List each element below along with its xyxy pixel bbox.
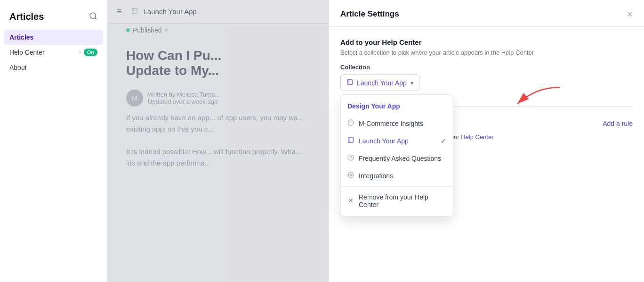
sidebar-item-articles-label: Articles <box>9 33 33 41</box>
close-button[interactable]: × <box>627 9 633 19</box>
check-icon: ✓ <box>441 137 446 145</box>
svg-line-1 <box>95 17 96 19</box>
dropdown-item-design-label: Design Your App <box>347 102 400 110</box>
x-icon <box>347 197 354 205</box>
dropdown-item-m-commerce[interactable]: M-Commerce Insights <box>341 115 453 132</box>
gear-icon <box>347 172 354 180</box>
dropdown-item-remove-label: Remove from your Help Center <box>359 193 446 208</box>
sidebar-nav: Articles Help Center › On About <box>0 30 107 75</box>
main-content: ≡ Launch Your App Published ▾ How Can I … <box>107 0 329 282</box>
dropdown-divider <box>341 186 453 187</box>
sidebar-item-help-center-label: Help Center <box>9 49 45 56</box>
dropdown-item-launch-label: Launch Your App <box>359 137 409 145</box>
dropdown-item-remove[interactable]: Remove from your Help Center <box>341 189 453 213</box>
dropdown-item-faq[interactable]: Frequently Asked Questions <box>341 149 453 167</box>
overlay <box>107 0 329 282</box>
dropdown-item-faq-label: Frequently Asked Questions <box>359 155 441 162</box>
dropdown-item-integrations-label: Integrations <box>359 172 393 180</box>
panel-title: Article Settings <box>340 9 399 19</box>
collection-doc-icon <box>346 79 353 87</box>
collection-dropdown-menu: Design Your App M-Commerce Insights <box>340 94 453 216</box>
question-circle-icon <box>347 154 354 162</box>
panel-body: Add to your Help Center Select a collect… <box>329 27 644 282</box>
chevron-down-icon: ▾ <box>411 80 413 86</box>
help-center-section-desc: Select a collection to pick where your a… <box>340 49 633 56</box>
sidebar-item-about-label: About <box>9 64 27 71</box>
sidebar-header: Articles <box>0 8 107 30</box>
panel-header: Article Settings × <box>329 0 644 27</box>
sidebar: Articles Articles Help Center › On About <box>0 0 107 282</box>
search-icon[interactable] <box>89 12 97 22</box>
sidebar-item-right: › On <box>79 49 97 56</box>
svg-rect-9 <box>348 138 354 143</box>
dropdown-item-design-your-app[interactable]: Design Your App <box>341 98 453 115</box>
dropdown-item-m-commerce-label: M-Commerce Insights <box>359 120 423 127</box>
help-center-link[interactable]: Help Center <box>461 133 493 141</box>
collection-selected-label: Launch Your App <box>357 79 407 87</box>
help-center-section-title: Add to your Help Center <box>340 38 633 46</box>
collection-dropdown-trigger[interactable]: Launch Your App ▾ <box>340 75 419 91</box>
sidebar-item-help-center[interactable]: Help Center › On <box>4 45 103 60</box>
sidebar-item-about[interactable]: About <box>4 60 103 75</box>
collection-label: Collection <box>340 64 633 71</box>
dropdown-item-launch-your-app[interactable]: Launch Your App ✓ <box>341 132 453 149</box>
chevron-right-icon: › <box>79 49 81 56</box>
svg-rect-4 <box>347 80 353 85</box>
sidebar-item-articles[interactable]: Articles <box>4 30 103 45</box>
svg-point-13 <box>350 174 352 176</box>
add-rule-link[interactable]: Add a rule <box>603 120 633 127</box>
article-settings-panel: Article Settings × Add to your Help Cent… <box>329 0 644 282</box>
sidebar-title: Articles <box>9 11 44 22</box>
info-circle-icon <box>347 119 354 127</box>
doc-icon <box>347 137 354 145</box>
dropdown-item-integrations[interactable]: Integrations <box>341 167 453 184</box>
help-center-badge: On <box>84 49 97 56</box>
